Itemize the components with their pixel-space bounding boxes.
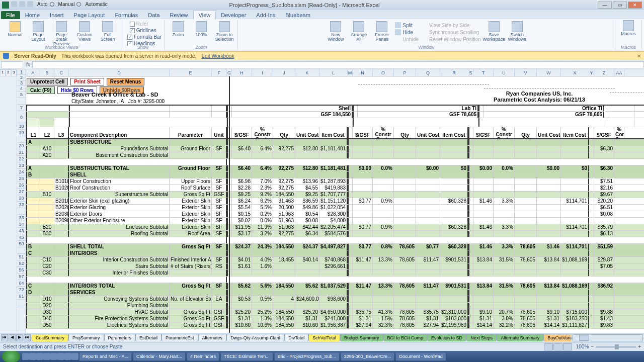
page-break-button[interactable]: Page Break Preview — [51, 21, 71, 46]
worksheet-tab[interactable]: Dwgs-Qty-Assump-Clarif — [226, 334, 284, 341]
cell[interactable] — [295, 152, 319, 158]
cell[interactable] — [494, 172, 515, 178]
cell[interactable]: 3.3% — [494, 198, 515, 204]
cell[interactable]: $11.95 — [232, 224, 252, 230]
cell[interactable] — [589, 146, 594, 152]
col-header[interactable]: B — [40, 69, 54, 76]
cell[interactable]: SF — [212, 198, 227, 204]
cell[interactable]: $0.77 — [353, 198, 373, 204]
cell[interactable]: $4,000 — [319, 218, 348, 224]
cell[interactable]: 9.2% — [252, 192, 273, 198]
cell[interactable]: B2090 — [54, 218, 69, 224]
row-header[interactable]: 51 — [17, 254, 26, 260]
row-header[interactable]: 19 — [17, 130, 26, 136]
cell[interactable] — [440, 146, 468, 152]
cell[interactable] — [494, 270, 515, 276]
unhide-button[interactable]: Unhide — [395, 36, 419, 42]
cell[interactable]: $0.15 — [232, 211, 252, 217]
cell[interactable]: SF — [212, 244, 227, 250]
cell[interactable]: EA — [212, 296, 227, 302]
pin-icon[interactable] — [43, 353, 50, 360]
col-header[interactable]: V — [515, 69, 537, 76]
col-header[interactable]: O — [373, 69, 394, 76]
cell[interactable] — [537, 224, 561, 230]
worksheet-tab[interactable]: EstDetail — [135, 334, 162, 341]
worksheet-tab[interactable]: Next Steps — [466, 334, 497, 341]
cell[interactable] — [348, 152, 353, 158]
cell[interactable]: $40.14 — [295, 257, 319, 263]
cell[interactable] — [440, 139, 468, 145]
cell[interactable] — [373, 303, 394, 309]
cell[interactable]: $12.80 — [295, 165, 319, 171]
row-header[interactable]: 26 — [17, 182, 26, 189]
cell[interactable]: $13.84 — [473, 257, 494, 263]
cell[interactable]: 51,963 — [273, 224, 295, 230]
cell[interactable] — [26, 309, 40, 315]
cell[interactable]: D30 — [40, 309, 54, 315]
outline-level-1[interactable]: 1 — [0, 69, 6, 76]
cell[interactable] — [373, 185, 394, 191]
cell[interactable]: 92,275 — [273, 165, 295, 171]
cell[interactable]: 78,605 — [394, 283, 416, 289]
cell[interactable] — [319, 139, 348, 145]
gridlines-check[interactable]: ✓Gridlines — [130, 28, 156, 33]
cell[interactable] — [212, 172, 227, 178]
cell[interactable]: Roof Surface — [170, 185, 212, 191]
cell[interactable] — [468, 263, 473, 269]
cell[interactable]: SF — [212, 165, 227, 171]
cell[interactable] — [353, 178, 373, 185]
worksheet-area[interactable]: 123 123457818192021222324252627283233344… — [0, 69, 644, 341]
qat-save-icon[interactable] — [11, 1, 17, 7]
cell[interactable]: $11.47 — [416, 283, 440, 289]
freeze-panes-button[interactable]: Freeze Panes — [372, 21, 392, 42]
cell[interactable]: $51.59 — [594, 244, 614, 250]
side-by-side-button[interactable]: View Side by Side — [422, 22, 481, 28]
cell[interactable]: $1.46 — [473, 224, 494, 230]
cell[interactable] — [440, 211, 468, 217]
cell[interactable] — [494, 139, 515, 145]
cell[interactable] — [348, 296, 353, 302]
cell[interactable] — [468, 165, 473, 171]
cell[interactable] — [468, 146, 473, 152]
cell[interactable]: Gross Sq Ft — [170, 244, 212, 250]
calc-button[interactable]: Calc (F9) — [27, 86, 55, 94]
cell[interactable] — [348, 218, 353, 224]
cell[interactable]: $10.60 — [295, 322, 319, 328]
cell[interactable] — [515, 290, 537, 296]
col-header[interactable]: X — [561, 69, 589, 76]
cell[interactable]: $0.77 — [353, 224, 373, 230]
cell[interactable] — [54, 231, 69, 237]
row-header[interactable]: 8 — [17, 111, 26, 123]
cell[interactable] — [416, 270, 440, 276]
cell[interactable]: 78,605 — [515, 257, 537, 263]
cell[interactable] — [515, 250, 537, 256]
cell[interactable]: Exterior Skin — [170, 198, 212, 204]
cell[interactable]: D — [26, 290, 40, 296]
cell[interactable] — [232, 172, 252, 178]
cell[interactable] — [515, 205, 537, 211]
cell[interactable] — [594, 270, 614, 276]
cell[interactable] — [353, 290, 373, 296]
cell[interactable] — [353, 211, 373, 217]
cell[interactable]: RS — [212, 263, 227, 269]
cell[interactable]: 18,455 — [273, 257, 295, 263]
cell[interactable] — [468, 316, 473, 322]
cell[interactable] — [515, 211, 537, 217]
cell[interactable] — [26, 237, 227, 243]
cell[interactable] — [537, 139, 561, 145]
zoom-selection-button[interactable]: Zoom to Selection — [214, 21, 234, 42]
cell[interactable] — [468, 211, 473, 217]
cell[interactable]: $13.84 — [537, 257, 561, 263]
cell[interactable]: $6.40 — [232, 146, 252, 152]
cell[interactable] — [473, 152, 494, 158]
cell[interactable]: $25.20 — [232, 309, 252, 315]
cell[interactable]: $11.47 — [353, 257, 373, 263]
cell[interactable]: Superstructure Subtotal — [69, 192, 170, 198]
cell[interactable]: 92,275 — [273, 146, 295, 152]
row-header[interactable] — [17, 300, 26, 306]
cell[interactable]: $13.84 — [537, 283, 561, 289]
cell[interactable] — [394, 172, 416, 178]
break-view-icon[interactable] — [563, 343, 572, 350]
hide-button[interactable]: Hide — [395, 29, 419, 35]
cell[interactable]: $1.31 — [537, 316, 561, 322]
